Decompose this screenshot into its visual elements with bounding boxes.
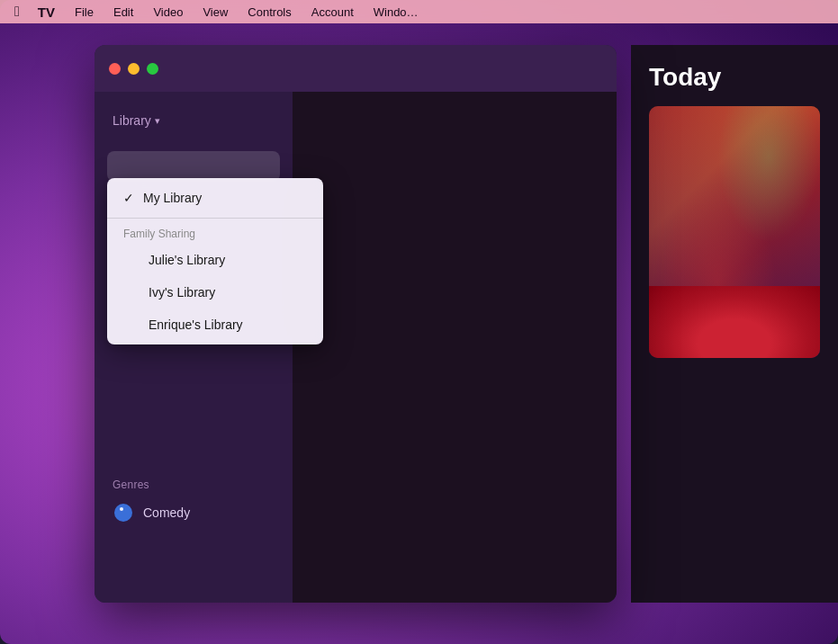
app-window: Library ▾ ✓ My Library Family Sharing Ju… bbox=[95, 45, 617, 603]
library-dropdown-trigger[interactable]: Library ▾ bbox=[95, 106, 293, 135]
apple-menu-item[interactable]:  bbox=[7, 2, 27, 22]
sidebar: Library ▾ ✓ My Library Family Sharing Ju… bbox=[95, 92, 293, 603]
today-panel: Today bbox=[631, 45, 838, 603]
file-menu-item[interactable]: File bbox=[66, 2, 103, 22]
checkmark-icon: ✓ bbox=[123, 191, 134, 205]
comedy-icon-svg bbox=[113, 503, 133, 523]
comedy-sidebar-item[interactable]: Comedy bbox=[95, 495, 293, 531]
account-menu-item[interactable]: Account bbox=[302, 2, 363, 22]
view-menu-item[interactable]: View bbox=[194, 2, 237, 22]
maximize-button[interactable] bbox=[147, 63, 158, 75]
library-dropdown-menu: ✓ My Library Family Sharing Julie's Libr… bbox=[107, 178, 323, 344]
julies-library-item[interactable]: Julie's Library bbox=[107, 244, 323, 276]
ivys-library-label: Ivy's Library bbox=[149, 285, 215, 300]
window-menu-item[interactable]: Windo… bbox=[365, 2, 428, 22]
library-header-label: Library bbox=[113, 113, 151, 128]
minimize-button[interactable] bbox=[128, 63, 140, 75]
movie-thumbnail[interactable] bbox=[649, 106, 820, 358]
enriques-library-item[interactable]: Enrique's Library bbox=[107, 309, 323, 341]
family-sharing-header: Family Sharing bbox=[107, 222, 323, 244]
search-bar[interactable] bbox=[107, 151, 280, 182]
controls-menu-item[interactable]: Controls bbox=[239, 2, 300, 22]
tv-menu-item[interactable]: TV bbox=[29, 2, 64, 22]
main-content bbox=[293, 92, 617, 603]
comedy-icon bbox=[113, 502, 134, 523]
movie-flower-area bbox=[649, 286, 820, 358]
video-menu-item[interactable]: Video bbox=[144, 2, 192, 22]
title-bar bbox=[95, 45, 617, 92]
today-title: Today bbox=[649, 63, 820, 92]
close-button[interactable] bbox=[109, 63, 121, 75]
svg-point-0 bbox=[114, 504, 132, 522]
menu-bar:  TV File Edit Video View Controls Accou… bbox=[0, 0, 838, 23]
julies-library-label: Julie's Library bbox=[149, 253, 225, 267]
comedy-label: Comedy bbox=[143, 505, 190, 520]
chevron-down-icon: ▾ bbox=[155, 115, 160, 127]
dropdown-divider bbox=[107, 218, 323, 219]
enriques-library-label: Enrique's Library bbox=[149, 318, 243, 332]
my-library-item[interactable]: ✓ My Library bbox=[107, 182, 323, 214]
edit-menu-item[interactable]: Edit bbox=[104, 2, 142, 22]
ivys-library-item[interactable]: Ivy's Library bbox=[107, 276, 323, 309]
genres-section-label: Genres bbox=[95, 471, 293, 495]
my-library-label: My Library bbox=[143, 191, 202, 205]
svg-point-1 bbox=[120, 507, 123, 511]
